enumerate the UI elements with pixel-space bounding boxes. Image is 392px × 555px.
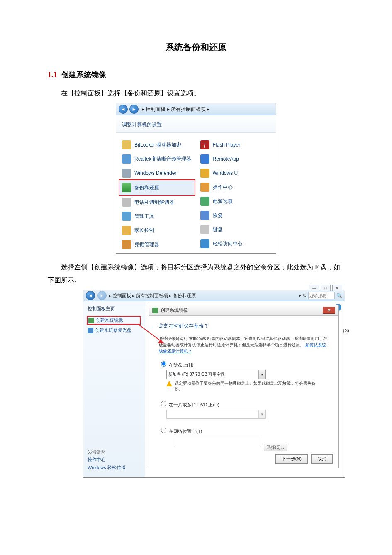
sidebar-create-image[interactable]: 创建系统镜像: [87, 316, 141, 325]
control-panel-screenshot: ◄ ► ▸ 控制面板 ▸ 所有控制面板项 ▸ 调整计算机的设置 BitLocke…: [116, 103, 276, 254]
power-icon: [200, 197, 209, 206]
opt-network[interactable]: 在网络位置上(T): [159, 429, 202, 434]
bitlocker-icon: [122, 140, 131, 149]
maximize-button[interactable]: □: [321, 285, 331, 291]
opt-network-radio[interactable]: [161, 428, 166, 433]
cp-item-label: 家长控制: [134, 227, 154, 234]
cp-breadcrumb[interactable]: ▸ 控制面板 ▸ 所有控制面板项 ▸: [142, 106, 209, 113]
keyboard-icon: [200, 225, 209, 234]
search-input[interactable]: [308, 292, 335, 299]
recovery-icon: [200, 211, 209, 220]
warning-icon: [166, 381, 172, 386]
bw-breadcrumb[interactable]: ▸ 控制面板 ▸ 所有控制面板项 ▸ 备份和还原: [109, 293, 196, 299]
cp-item-phone[interactable]: 电话和调制解调器: [119, 195, 195, 209]
sidebar-create-repair-disc[interactable]: 创建系统修复光盘: [88, 327, 141, 333]
parent-icon: [122, 226, 131, 235]
cancel-button[interactable]: 取消: [311, 454, 333, 464]
opt-harddisk[interactable]: 在硬盘上(H): [159, 362, 193, 367]
cp-item-flash[interactable]: ƒFlash Player: [198, 138, 273, 152]
remote-icon: [200, 154, 209, 164]
disc-icon: [88, 328, 93, 333]
section-title: 创建系统镜像: [61, 71, 106, 79]
cp-item-cred[interactable]: 凭据管理器: [119, 237, 195, 252]
wizard-title-text: 创建系统镜像: [161, 307, 188, 313]
admin-icon: [122, 212, 131, 221]
cp-item-realtek[interactable]: Realtek高清晰音频管理器: [119, 152, 195, 166]
paragraph-1: 在【控制面板】选择【备份和还原】设置选项。: [48, 87, 344, 100]
cp-item-label: Windows Defender: [134, 170, 176, 176]
section-number: 1.1: [48, 71, 57, 79]
cp-item-remote[interactable]: RemoteApp: [198, 152, 273, 166]
opt-dvd-radio[interactable]: [161, 401, 166, 406]
cp-item-label: RemoteApp: [213, 156, 239, 162]
cred-icon: [122, 240, 131, 249]
opt-harddisk-radio[interactable]: [161, 361, 166, 367]
warning-text: 选定驱动器位于要备份的同一物理磁盘上。如果此磁盘出现故障，将会丢失备份。: [175, 381, 316, 392]
wizard-question: 您想在何处保存备份？: [159, 323, 329, 330]
cp-item-power[interactable]: 电源选项: [198, 194, 273, 208]
defender-icon: [122, 169, 131, 178]
cp-item-label: 管理工具: [134, 213, 154, 220]
wizard-description: 系统映像是运行 Windows 所需的驱动器副本。它也可以包含其他驱动器。系统映…: [159, 335, 329, 354]
cp-item-label: 轻松访问中心: [213, 240, 243, 247]
forward-button[interactable]: ►: [129, 105, 139, 114]
search-icon[interactable]: 🔍: [336, 293, 342, 298]
harddisk-combo[interactable]: 新加卷 (F:) 87.78 GB 可用空间 ▼: [166, 370, 266, 379]
network-path-input: [174, 438, 261, 447]
action-icon: [200, 183, 209, 192]
document-title: 系统备份和还原: [48, 42, 344, 53]
cp-item-action[interactable]: 操作中心: [198, 180, 273, 194]
close-window-button[interactable]: ✕: [332, 285, 342, 291]
cp-item-label: BitLocker 驱动器加密: [134, 142, 181, 149]
backup-icon: [122, 183, 131, 192]
dvd-combo: ▼: [166, 410, 266, 419]
shield-icon: [88, 318, 94, 323]
cp-item-admin[interactable]: 管理工具: [119, 209, 195, 223]
back-button[interactable]: ◄: [119, 105, 128, 114]
cp-item-label: Windows U: [213, 170, 238, 176]
sidebar-see-also: 另请参阅: [88, 449, 126, 455]
bw-sidebar: 控制面板主页 创建系统镜像 创建系统修复光盘 另请参阅 操作中心 Windows…: [83, 301, 145, 477]
wizard-icon: [152, 308, 158, 313]
wizard-close-button[interactable]: ✕: [323, 307, 335, 314]
bw-back-button[interactable]: ◄: [86, 291, 95, 300]
section-heading: 1.1创建系统镜像: [48, 70, 344, 80]
next-button[interactable]: 下一步(N): [275, 454, 308, 464]
minimize-button[interactable]: —: [309, 285, 319, 291]
cp-header: 调整计算机的设置: [116, 115, 276, 133]
cp-item-backup[interactable]: 备份和还原: [119, 179, 195, 196]
realtek-icon: [122, 154, 131, 164]
cp-item-ease[interactable]: 轻松访问中心: [198, 237, 273, 251]
cp-item-label: 操作中心: [213, 184, 233, 191]
cp-item-label: 电话和调制解调器: [134, 199, 174, 206]
cp-item-keyboard[interactable]: 键盘: [198, 222, 273, 237]
update-icon: [200, 169, 209, 178]
wizard-titlebar: 创建系统镜像 ✕: [149, 305, 338, 316]
cp-item-label: 备份和还原: [134, 184, 159, 191]
browse-button[interactable]: 选择(S)...: [264, 444, 287, 451]
phone-icon: [122, 198, 131, 207]
backup-wizard-screenshot: — □ ✕ ◄ ► ▸ 控制面板 ▸ 所有控制面板项 ▸ 备份和还原 ▾ ↻ 🔍…: [83, 290, 345, 478]
chevron-down-icon[interactable]: ▼: [258, 370, 265, 379]
bw-titlebar: ◄ ► ▸ 控制面板 ▸ 所有控制面板项 ▸ 备份和还原 ▾ ↻ 🔍: [83, 290, 345, 301]
opt-dvd[interactable]: 在一片或多片 DVD 上(D): [159, 402, 219, 407]
paragraph-2: 选择左侧【创建系统镜像】选项，将目标分区选择为系统盘之外的空余分区，此处选为 F…: [48, 261, 344, 286]
ease-icon: [200, 239, 209, 248]
sidebar-home[interactable]: 控制面板主页: [88, 306, 141, 312]
cp-item-parent[interactable]: 家长控制: [119, 223, 195, 237]
cp-item-update[interactable]: Windows U: [198, 166, 273, 180]
bw-forward-button[interactable]: ►: [97, 291, 107, 300]
cp-item-label: 键盘: [213, 226, 223, 233]
sidebar-easy-transfer[interactable]: Windows 轻松传送: [88, 465, 126, 471]
flash-icon: ƒ: [200, 140, 209, 149]
cp-item-bitlocker[interactable]: BitLocker 驱动器加密: [119, 138, 195, 152]
cp-item-recovery[interactable]: 恢复: [198, 208, 273, 222]
cp-item-defender[interactable]: Windows Defender: [119, 166, 195, 180]
cp-item-label: Realtek高清晰音频管理器: [134, 156, 191, 163]
wizard-dialog: 创建系统镜像 ✕ 您想在何处保存备份？ 系统映像是运行 Windows 所需的驱…: [149, 305, 339, 468]
cp-item-label: 凭据管理器: [134, 241, 159, 248]
cp-item-label: 恢复: [213, 212, 223, 219]
cp-item-label: Flash Player: [213, 142, 241, 148]
sidebar-action-center[interactable]: 操作中心: [88, 457, 126, 463]
cp-item-label: 电源选项: [213, 198, 233, 205]
